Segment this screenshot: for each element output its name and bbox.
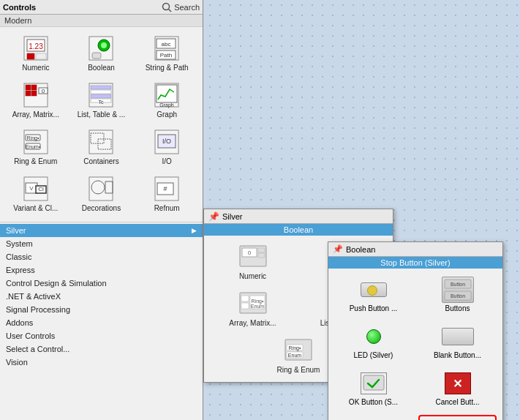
graph-label: Graph — [157, 110, 177, 119]
svg-rect-24 — [91, 86, 111, 89]
cancel-x-icon: ✕ — [453, 377, 462, 391]
ring-enum-label: Ring & Enum — [14, 157, 57, 166]
svg-rect-82 — [363, 375, 384, 390]
svg-point-9 — [101, 42, 107, 48]
ok-visual — [361, 372, 387, 394]
io-label: I/O — [162, 157, 171, 166]
svg-text:Path: Path — [160, 52, 172, 59]
blank-button-icon — [442, 323, 474, 350]
svg-text:abc: abc — [162, 41, 171, 48]
silver-array-svg: Ring• Enum — [239, 292, 267, 315]
cancel-visual: ✕ — [445, 372, 471, 394]
io-svg: I/O — [154, 129, 180, 155]
svg-rect-20 — [31, 91, 37, 96]
silver-numeric[interactable]: 0 Numeric — [208, 240, 297, 284]
control-graph[interactable]: Graph Graph — [135, 78, 198, 122]
svg-rect-18 — [31, 85, 37, 90]
ok-button-item[interactable]: OK Button (S... — [334, 368, 412, 409]
control-ring-enum[interactable]: Ring• Enum• Ring & Enum — [4, 125, 67, 169]
svg-text:Graph: Graph — [159, 102, 174, 108]
control-refnum[interactable]: # Refnum — [135, 172, 198, 216]
control-variant[interactable]: V Cl Variant & Cl... — [4, 172, 67, 216]
control-decorations[interactable]: Decorations — [70, 172, 133, 216]
array-matrix-svg: 0 — [23, 82, 49, 108]
silver-ring-icon: Ring• Enum — [285, 337, 312, 364]
push-button-icon — [358, 277, 390, 303]
menu-item-vision[interactable]: Vision — [0, 356, 203, 369]
io-icon: I/O — [153, 128, 181, 156]
silver-boolean-category[interactable]: Boolean — [204, 224, 393, 236]
controls-header: Controls Search — [0, 0, 203, 15]
string-path-label: String & Path — [146, 64, 189, 72]
control-string-path[interactable]: abc Path String & Path — [135, 31, 198, 75]
svg-text:Ring•: Ring• — [289, 345, 301, 351]
blank-button-item[interactable]: Blank Button... — [418, 321, 497, 362]
search-button[interactable]: Search — [162, 2, 200, 12]
menu-list: Silver ▶ System Classic Express Control … — [0, 224, 203, 420]
menu-item-user-controls[interactable]: User Controls — [0, 329, 203, 342]
silver-array-label: Array, Matrix... — [229, 319, 276, 328]
svg-rect-10 — [92, 53, 101, 59]
control-list-table[interactable]: Tc List, Table & ... — [70, 78, 133, 122]
svg-rect-63 — [241, 296, 249, 301]
svg-rect-5 — [27, 53, 34, 59]
led-label: LED (Silver) — [354, 351, 393, 360]
control-numeric[interactable]: 1.23 Numeric — [4, 31, 67, 75]
push-button-item[interactable]: Push Button ... — [334, 274, 412, 315]
cancel-button-icon: ✕ — [442, 370, 474, 397]
buttons-visual: Button Button — [442, 277, 474, 303]
menu-item-signal-processing[interactable]: Signal Processing — [0, 303, 203, 316]
svg-rect-25 — [91, 90, 111, 94]
menu-item-select-control[interactable]: Select a Control... — [0, 342, 203, 356]
control-array-matrix[interactable]: 0 Array, Matrix... — [4, 78, 67, 122]
led-visual — [366, 329, 381, 344]
array-matrix-label: Array, Matrix... — [12, 110, 59, 119]
menu-item-addons[interactable]: Addons — [0, 316, 203, 329]
svg-rect-32 — [24, 130, 48, 154]
section-modern: Modern — [0, 15, 203, 27]
variant-svg: V Cl — [23, 176, 49, 202]
svg-text:Cl: Cl — [38, 186, 44, 192]
silver-array-matrix[interactable]: Ring• Enum Array, Matrix... — [208, 287, 297, 331]
control-containers[interactable]: Containers — [70, 125, 133, 169]
string-path-svg: abc Path — [154, 35, 180, 61]
numeric-svg: 1.23 — [23, 35, 49, 61]
stop-button-item[interactable]: Stop Button A... — [418, 415, 497, 420]
list-table-svg: Tc — [88, 82, 114, 108]
silver-numeric-svg: 0 — [239, 245, 267, 269]
menu-item-express[interactable]: Express — [0, 263, 203, 277]
svg-rect-48 — [89, 177, 113, 200]
search-icon — [162, 2, 172, 12]
menu-item-classic[interactable]: Classic — [0, 250, 203, 263]
push-btn-visual — [361, 282, 387, 297]
ok-svg — [363, 375, 385, 392]
menu-addons-label: Addons — [6, 318, 33, 327]
containers-svg — [88, 129, 114, 155]
menu-item-net-activex[interactable]: .NET & ActiveX — [0, 290, 203, 303]
led-item[interactable]: LED (Silver) — [334, 321, 412, 362]
svg-rect-37 — [89, 130, 113, 154]
menu-item-control-design[interactable]: Control Design & Simulation — [0, 277, 203, 290]
menu-express-label: Express — [6, 266, 35, 274]
boolean-icon — [87, 34, 115, 62]
svg-rect-19 — [26, 91, 31, 96]
menu-item-system[interactable]: System — [0, 237, 203, 250]
numeric-label: Numeric — [22, 64, 49, 72]
boolean-label: Boolean — [88, 64, 115, 72]
svg-rect-26 — [91, 94, 111, 98]
menu-item-silver[interactable]: Silver ▶ — [0, 224, 203, 237]
boolean-pin-icon: 📌 — [333, 244, 343, 254]
silver-pin-icon: 📌 — [208, 211, 219, 222]
buttons-item[interactable]: Button Button Buttons — [418, 274, 497, 315]
cancel-button-item[interactable]: ✕ Cancel Butt... — [418, 368, 497, 409]
control-io[interactable]: I/O I/O — [135, 125, 198, 169]
silver-ring-label: Ring & Enum — [277, 366, 320, 375]
boolean-svg — [88, 35, 114, 61]
menu-silver-label: Silver — [6, 226, 26, 235]
svg-text:#: # — [164, 185, 167, 192]
control-boolean[interactable]: Boolean — [70, 31, 133, 75]
boolean-active-item: Stop Button (Silver) — [328, 257, 502, 269]
list-table-label: List, Table & ... — [78, 110, 125, 119]
svg-rect-17 — [26, 85, 31, 90]
menu-net-activex-label: .NET & ActiveX — [6, 292, 61, 301]
